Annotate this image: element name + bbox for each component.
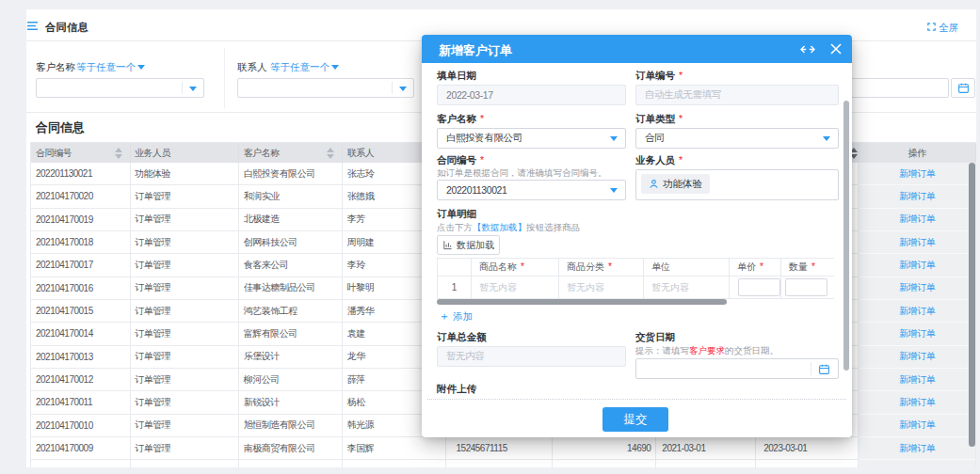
fullscreen-icon[interactable] (926, 22, 937, 32)
detail-row: 1 暂无内容 暂无内容 暂无内容 (437, 276, 834, 299)
table-cell: 订单管理 (131, 391, 239, 414)
detail-horizontal-scrollbar[interactable] (437, 299, 727, 305)
table-cell: 订单管理 (131, 277, 239, 300)
modal-close-icon[interactable] (830, 43, 842, 55)
table-cell: 202104170011 (31, 391, 131, 414)
total-amount-input: 暂无内容 (437, 346, 626, 367)
add-row-link[interactable]: 添加 (439, 308, 473, 324)
table-cell: 李国辉 (343, 437, 446, 460)
order-detail-label: 订单明细 (437, 208, 476, 221)
sort-customer-icon[interactable] (327, 148, 334, 159)
data-load-button[interactable]: 数据加载 (437, 235, 500, 255)
sort-contract-no-icon[interactable] (115, 148, 122, 159)
delivery-date-hint: 提示：请填写客户要求的交货日期。 (635, 345, 779, 357)
table-cell: 202104170009 (31, 437, 131, 460)
product-category-cell[interactable]: 暂无内容 (567, 281, 604, 294)
page-title: 合同信息 (45, 21, 88, 35)
detail-col-price: 单价 (737, 261, 763, 274)
table-cell: 14690 (553, 437, 656, 460)
detail-header-row: 商品名称 商品分类 单位 单价 数量 (437, 258, 834, 276)
table-cell: 202104170010 (31, 415, 131, 437)
fullscreen-button[interactable]: 全屏 (939, 22, 958, 35)
new-order-link[interactable]: 新增订单 (899, 419, 935, 432)
order-detail-table: 商品名称 商品分类 单位 单价 数量 1 暂无内容 暂无内容 暂无内容 (437, 258, 834, 300)
table-cell: 食客来公司 (239, 254, 343, 276)
filter-contact-operator-caret-icon[interactable] (331, 65, 339, 70)
new-order-link[interactable]: 新增订单 (899, 236, 935, 249)
delivery-date-input[interactable] (635, 358, 839, 379)
new-order-link[interactable]: 新增订单 (899, 190, 935, 203)
new-order-link[interactable]: 新增订单 (899, 442, 935, 455)
table-cell: 订单管理 (131, 323, 239, 345)
new-order-link[interactable]: 新增订单 (899, 259, 935, 272)
new-order-link[interactable]: 新增订单 (899, 373, 935, 387)
table-cell: 鸿艺装饰工程 (239, 300, 343, 323)
table-cell: 柳河公司 (239, 369, 343, 391)
table-row: 202104170009订单管理南极商贸有限公司李国辉1524567111514… (31, 437, 976, 460)
new-order-link[interactable]: 新增订单 (899, 396, 935, 409)
filter-divider (224, 48, 225, 108)
order-type-select[interactable]: 合同 (635, 128, 839, 149)
delivery-date-label: 交货日期 (635, 331, 675, 344)
col-salesperson: 业务人员 (135, 147, 170, 160)
price-input[interactable] (738, 278, 780, 296)
product-name-cell[interactable]: 暂无内容 (479, 281, 517, 294)
filter-contact-select[interactable] (237, 78, 414, 98)
filter-customer-select[interactable] (36, 78, 204, 98)
detail-col-name: 商品名称 (479, 261, 524, 274)
col-customer: 客户名称 (244, 147, 280, 160)
table-cell: 15245671115 (446, 437, 554, 460)
customer-label: 客户名称 (437, 113, 484, 126)
table-cell: 202104170013 (31, 346, 131, 369)
modal-scrollbar[interactable] (843, 101, 849, 371)
table-cell: 202104170012 (31, 369, 131, 391)
fill-date-label: 填单日期 (437, 70, 476, 83)
calendar-icon (818, 363, 830, 375)
detail-col-qty: 数量 (789, 261, 815, 274)
fill-date-input: 2022-03-17 (437, 85, 626, 105)
table-cell: 202104170016 (31, 277, 131, 300)
table-cell: 富辉有限公司 (239, 323, 343, 345)
salesperson-chip[interactable]: 功能体验 (641, 174, 710, 194)
bar-chart-icon (442, 240, 453, 250)
table-cell: 订单管理 (131, 300, 239, 323)
table-vertical-scrollbar[interactable] (969, 163, 975, 447)
menu-icon[interactable] (27, 22, 38, 30)
new-order-link[interactable]: 新增订单 (899, 213, 935, 226)
table-cell: 202104170015 (31, 300, 131, 323)
unit-cell[interactable]: 暂无内容 (651, 281, 689, 294)
table-cell: 2023-03-01 (756, 437, 859, 460)
table-cell: 和润实业 (239, 185, 343, 208)
col-contract-no: 合同编号 (36, 147, 72, 160)
attachment-divider (427, 399, 846, 400)
contract-no-select[interactable]: 202201130021 (437, 180, 626, 200)
filter-date-calendar-button[interactable] (951, 78, 975, 98)
table-cell: 佳事达糖制品公司 (239, 277, 343, 300)
table-cell: 订单管理 (131, 209, 239, 231)
submit-button[interactable]: 提交 (602, 407, 668, 432)
table-cell: 旭恒制造有限公司 (239, 415, 343, 437)
qty-input[interactable] (785, 278, 827, 296)
table-cell: 202104170019 (31, 209, 131, 231)
table-cell: 南极商贸有限公司 (239, 437, 343, 460)
order-no-label: 订单编号 (635, 70, 683, 83)
filter-contact-operator[interactable]: 等于任意一个 (270, 61, 329, 74)
new-order-link[interactable]: 新增订单 (899, 167, 935, 181)
new-order-link[interactable]: 新增订单 (899, 305, 935, 318)
filter-customer-operator-caret-icon[interactable] (137, 65, 145, 70)
new-order-link[interactable]: 新增订单 (899, 281, 935, 294)
table-cell: 202104170020 (31, 185, 131, 208)
detail-col-category: 商品分类 (567, 261, 612, 274)
customer-select[interactable]: 白熙投资有限公司 (437, 128, 626, 149)
filter-contact-label: 联系人 (237, 61, 267, 74)
filter-customer-label: 客户名称 (36, 61, 75, 74)
table-cell: 订单管理 (131, 415, 239, 437)
table-cell: 202104170014 (31, 323, 131, 345)
contract-no-hint: 如订单是根据合同，请准确填写合同编号。 (437, 167, 607, 180)
table-cell: 功能体验 (131, 163, 239, 185)
new-order-modal: 新增客户订单 填单日期 2022-03-17 订单编号 自动生成无需填写 客户名… (422, 35, 852, 437)
new-order-link[interactable]: 新增订单 (899, 350, 935, 363)
modal-resize-icon[interactable] (800, 45, 815, 54)
filter-customer-operator[interactable]: 等于任意一个 (76, 61, 136, 74)
new-order-link[interactable]: 新增订单 (899, 327, 935, 340)
